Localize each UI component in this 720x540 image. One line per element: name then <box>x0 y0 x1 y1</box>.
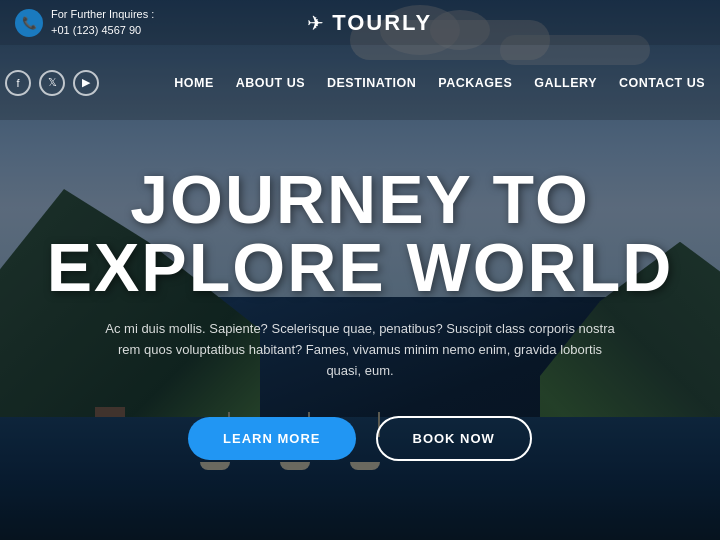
youtube-icon[interactable]: ▶ <box>73 70 99 96</box>
nav-home[interactable]: HOME <box>174 76 214 90</box>
hero-title-line1: JOURNEY TO <box>130 161 590 237</box>
hero-title: JOURNEY TO EXPLORE WORLD <box>47 165 674 301</box>
plane-icon: ✈ <box>307 11 324 35</box>
nav-packages[interactable]: PACKAGES <box>438 76 512 90</box>
social-icons: f 𝕏 ▶ <box>5 70 99 96</box>
navigation: f 𝕏 ▶ HOME ABOUT US DESTINATION PACKAGES… <box>0 45 720 120</box>
logo-text: TOURLY <box>332 10 432 36</box>
hero-section: 📞 For Further Inquires : +01 (123) 4567 … <box>0 0 720 540</box>
hero-content: JOURNEY TO EXPLORE WORLD Ac mi duis moll… <box>0 145 720 540</box>
inquiry-label: For Further Inquires : <box>51 8 154 20</box>
top-bar: 📞 For Further Inquires : +01 (123) 4567 … <box>0 0 720 45</box>
contact-info: 📞 For Further Inquires : +01 (123) 4567 … <box>15 7 154 38</box>
facebook-icon[interactable]: f <box>5 70 31 96</box>
nav-links: HOME ABOUT US DESTINATION PACKAGES GALLE… <box>174 76 705 90</box>
hero-subtitle: Ac mi duis mollis. Sapiente? Scelerisque… <box>100 319 620 381</box>
nav-destination[interactable]: DESTINATION <box>327 76 416 90</box>
nav-contact[interactable]: CONTACT US <box>619 76 705 90</box>
twitter-icon[interactable]: 𝕏 <box>39 70 65 96</box>
hero-buttons: LEARN MORE BOOK NOW <box>188 416 532 461</box>
logo[interactable]: ✈ TOURLY <box>307 10 432 36</box>
phone-icon: 📞 <box>15 9 43 37</box>
book-now-button[interactable]: BOOK NOW <box>376 416 532 461</box>
nav-about[interactable]: ABOUT US <box>236 76 305 90</box>
phone-number: +01 (123) 4567 90 <box>51 24 141 36</box>
learn-more-button[interactable]: LEARN MORE <box>188 417 355 460</box>
hero-title-line2: EXPLORE WORLD <box>47 229 674 305</box>
nav-gallery[interactable]: GALLERY <box>534 76 597 90</box>
header: 📞 For Further Inquires : +01 (123) 4567 … <box>0 0 720 120</box>
contact-text: For Further Inquires : +01 (123) 4567 90 <box>51 7 154 38</box>
